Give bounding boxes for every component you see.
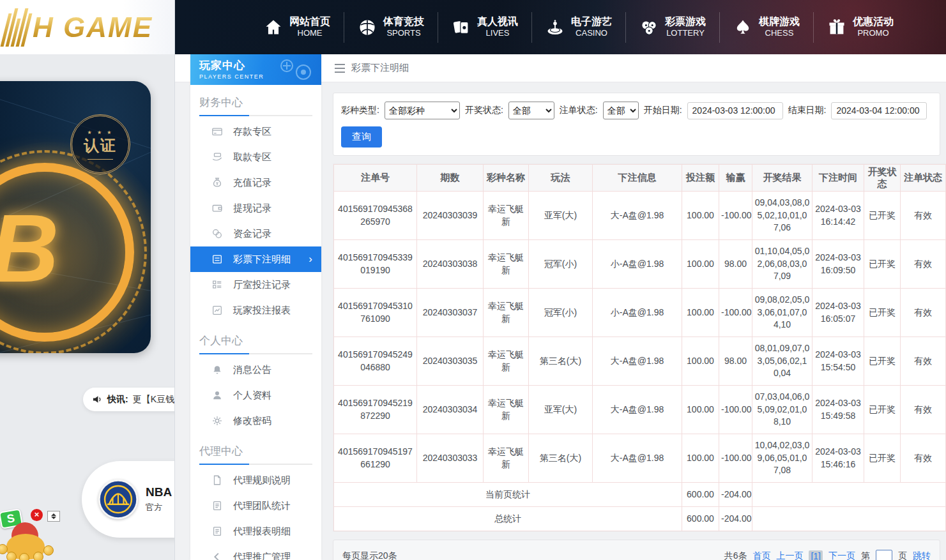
nba-card-subtitle: 官方 bbox=[146, 502, 172, 513]
column-header: 期数 bbox=[417, 165, 484, 192]
column-header: 注单状态 bbox=[901, 165, 946, 192]
nav-item-sports[interactable]: 体育竞技SPORTS bbox=[344, 12, 438, 43]
nav-item-chess[interactable]: 棋牌游戏CHESS bbox=[719, 12, 813, 43]
table-cell: 幸运飞艇新 bbox=[484, 192, 529, 240]
table-row: 40156917094536826597020240303039幸运飞艇新亚军(… bbox=[334, 192, 946, 240]
sidebar-item-lottery-bet-details[interactable]: 彩票下注明细 › bbox=[190, 246, 321, 272]
sidebar-item-announcements[interactable]: 消息公告 bbox=[199, 357, 312, 382]
table-cell: 冠军(小) bbox=[529, 289, 593, 337]
sidebar-item-change-password[interactable]: 修改密码 bbox=[199, 408, 312, 434]
table-cell: 401569170945368265970 bbox=[334, 192, 417, 240]
sidebar-item-agent-report-details[interactable]: 代理报表明细 bbox=[199, 518, 312, 544]
sidebar-item-agent-promotion[interactable]: 代理推广管理 bbox=[199, 544, 312, 560]
logo-text: H GAME bbox=[33, 11, 153, 43]
page-jump-input[interactable] bbox=[876, 550, 892, 560]
summary-bet-total: 600.00 bbox=[682, 507, 719, 531]
table-cell: 第三名(大) bbox=[529, 434, 593, 483]
search-button[interactable]: 查询 bbox=[341, 126, 382, 148]
end-date-input[interactable] bbox=[831, 102, 927, 119]
column-header: 彩种名称 bbox=[484, 165, 529, 192]
summary-spacer bbox=[752, 507, 946, 531]
certified-badge-text: 认证 bbox=[84, 135, 117, 156]
table-cell: 401569170945219872290 bbox=[334, 386, 417, 434]
current-page: [1] bbox=[809, 550, 823, 560]
table-cell: 已开奖 bbox=[864, 192, 901, 240]
table-cell: 大-A盘@1.98 bbox=[593, 337, 682, 386]
spade-icon bbox=[733, 18, 752, 37]
sidebar-item-player-bet-report[interactable]: 玩家投注报表 bbox=[199, 298, 312, 323]
lottery-type-select[interactable]: 全部彩种 bbox=[385, 102, 460, 119]
sidebar: 玩家中心 PLAYERS CENTER 财务中心 存款专区 取款专区 充值记录 bbox=[190, 54, 321, 560]
jump-unit: 页 bbox=[898, 550, 907, 560]
bets-table-card: 注单号期数彩种名称玩法下注信息投注额输赢开奖结果下注时间开奖状态注单状态 401… bbox=[333, 163, 946, 532]
sidebar-item-agent-rules[interactable]: 代理规则说明 bbox=[199, 467, 312, 493]
certified-badge: ★ ★ ★ 认证 bbox=[70, 114, 130, 174]
basketball-icon bbox=[358, 18, 377, 37]
bets-table: 注单号期数彩种名称玩法下注信息投注额输赢开奖结果下注时间开奖状态注单状态 401… bbox=[333, 164, 946, 531]
first-page-link[interactable]: 首页 bbox=[752, 550, 770, 560]
column-header: 注单号 bbox=[334, 165, 417, 192]
nba-card[interactable]: NBA 官方 bbox=[82, 461, 174, 538]
summary-row: 总统计600.00-204.00 bbox=[334, 507, 946, 531]
news-ticker[interactable]: 快讯: 更【K豆钱 bbox=[83, 388, 174, 411]
table-cell: 有效 bbox=[901, 434, 946, 483]
nav-item-promo[interactable]: 优惠活动PROMO bbox=[813, 12, 907, 43]
table-cell: 第三名(大) bbox=[529, 337, 593, 386]
nba-card-title: NBA bbox=[146, 485, 172, 499]
end-date-label: 结束日期: bbox=[788, 105, 827, 116]
nav-item-lottery[interactable]: 彩票游戏LOTTERY bbox=[625, 12, 719, 43]
sidebar-item-hall-bet-records[interactable]: 厅室投注记录 bbox=[199, 272, 312, 298]
table-cell: 10,04,02,03,09,06,05,01,07,08 bbox=[752, 434, 812, 483]
nav-item-home[interactable]: 网站首页HOME bbox=[250, 12, 344, 43]
jump-prefix: 第 bbox=[861, 550, 870, 560]
sidebar-item-profile[interactable]: 个人资料 bbox=[199, 382, 312, 408]
table-cell: 小-A盘@1.98 bbox=[593, 240, 682, 289]
sidebar-item-recharge-records[interactable]: 充值记录 bbox=[199, 170, 312, 195]
sidebar-item-deposit[interactable]: 存款专区 bbox=[199, 119, 312, 144]
column-header: 开奖状态 bbox=[864, 165, 901, 192]
next-page-link[interactable]: 下一页 bbox=[828, 550, 855, 560]
gift-icon bbox=[827, 18, 846, 37]
table-cell: 2024-03-03 16:09:50 bbox=[812, 240, 864, 289]
start-date-input[interactable] bbox=[687, 102, 783, 119]
report-icon bbox=[211, 526, 223, 537]
ticker-text: 更【K豆钱 bbox=[133, 394, 174, 405]
table-row: 40156917094519766129020240303033幸运飞艇新第三名… bbox=[334, 434, 946, 483]
nav-item-casino[interactable]: 电子游艺CASINO bbox=[531, 12, 625, 43]
table-cell: 401569170945339019190 bbox=[334, 240, 417, 289]
draw-status-select[interactable]: 全部 bbox=[508, 102, 554, 119]
mascot-graphic bbox=[0, 518, 61, 560]
prev-page-link[interactable]: 上一页 bbox=[776, 550, 803, 560]
sidebar-item-withdraw[interactable]: 取款专区 bbox=[199, 144, 312, 170]
jump-link[interactable]: 跳转 bbox=[913, 550, 931, 560]
table-cell: 20240303038 bbox=[417, 240, 484, 289]
table-cell: 20240303033 bbox=[417, 434, 484, 483]
sidebar-item-withdraw-records[interactable]: 提现记录 bbox=[199, 195, 312, 221]
pagination-bar: 每页显示20条 共6条 首页 上一页 [1] 下一页 第 页 跳转 bbox=[333, 540, 940, 560]
table-cell: 98.00 bbox=[719, 337, 752, 386]
order-status-select[interactable]: 全部 bbox=[603, 102, 639, 119]
table-cell: -100.00 bbox=[719, 192, 752, 240]
user-icon bbox=[211, 390, 223, 401]
sidebar-item-fund-records[interactable]: 资金记录 bbox=[199, 221, 312, 246]
page-size-text: 每页显示20条 bbox=[342, 550, 397, 560]
site-logo[interactable]: H GAME bbox=[0, 0, 174, 54]
table-cell: 大-A盘@1.98 bbox=[593, 192, 682, 240]
nav-item-lives[interactable]: 真人视讯LIVES bbox=[438, 12, 531, 43]
table-cell: 401569170945310761090 bbox=[334, 289, 417, 337]
table-cell: 20240303034 bbox=[417, 386, 484, 434]
total-count: 共6条 bbox=[724, 550, 747, 560]
table-row: 40156917094531076109020240303037幸运飞艇新冠军(… bbox=[334, 289, 946, 337]
left-preview-panel: H GAME B ★ ★ ★ 认证 快讯: 更【K豆钱 bbox=[0, 0, 174, 560]
bank-card-icon bbox=[211, 126, 223, 137]
sidebar-item-agent-team-stats[interactable]: 代理团队统计 bbox=[199, 493, 312, 518]
summary-winloss-total: -204.00 bbox=[719, 483, 752, 507]
cards-icon bbox=[452, 18, 471, 37]
table-cell: 08,01,09,07,03,05,06,02,10,04 bbox=[752, 337, 812, 386]
section-title-agent: 代理中心 bbox=[199, 444, 312, 458]
table-cell: 有效 bbox=[901, 240, 946, 289]
menu-icon[interactable] bbox=[335, 64, 345, 73]
list-icon bbox=[211, 254, 223, 265]
table-cell: 401569170945197661290 bbox=[334, 434, 417, 483]
speaker-icon bbox=[92, 394, 103, 405]
